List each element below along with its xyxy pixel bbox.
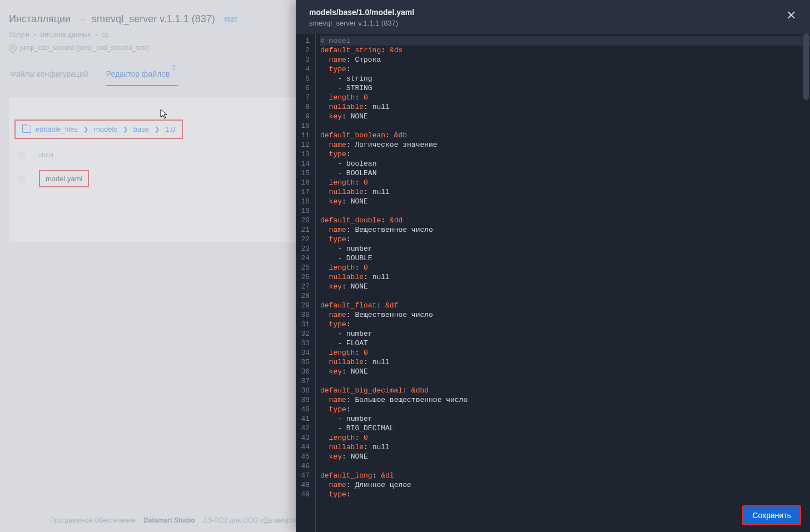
title-id-badge[interactable]: #837 — [221, 14, 241, 24]
chevron-right-icon: ❯ — [155, 126, 160, 133]
folder-icon — [22, 126, 31, 133]
app-root: Инсталляции → smevql_server v.1.1.1 (837… — [0, 0, 810, 532]
row-checkbox[interactable] — [18, 175, 26, 183]
panel-title: models/base/1.0/model.yaml — [309, 8, 799, 17]
highlight-file: model.yaml — [39, 170, 89, 187]
chevron-right-icon: ❯ — [123, 126, 128, 133]
page-title-part2: smevql_server v.1.1.1 (837) — [92, 13, 215, 25]
col-name: ИМЯ — [39, 152, 54, 158]
footer-label: Программное Обеспечение — [50, 516, 136, 524]
path-breadcrumb[interactable]: editable_files ❯ models ❯ base ❯ 1.0 — [16, 121, 182, 138]
footer-product: Datamart Studio — [143, 516, 195, 524]
title-arrow: → — [76, 13, 86, 25]
tab-file-editor[interactable]: Редактор файлов 2 — [106, 69, 170, 86]
save-button[interactable]: Сохранить — [742, 505, 801, 525]
scrollbar-thumb[interactable] — [803, 33, 809, 100]
page-title-part1: Инсталляции — [9, 13, 71, 25]
panel-header: models/base/1.0/model.yaml smevql_server… — [296, 0, 810, 34]
code-area[interactable]: # modeldefault_string: &ds name: Строка … — [316, 34, 810, 532]
pin-icon — [7, 42, 18, 53]
save-bar: Сохранить — [742, 505, 801, 525]
code-editor[interactable]: 1234567891011121314151617181920212223242… — [296, 34, 810, 532]
select-all-checkbox[interactable] — [18, 151, 26, 159]
path-seg-1[interactable]: editable_files — [36, 125, 78, 133]
path-seg-3[interactable]: base — [133, 125, 149, 133]
tab-config-files[interactable]: Файлы конфигураций — [10, 69, 88, 86]
tab-count-badge: 2 — [170, 64, 178, 71]
crumb-3[interactable]: ср — [102, 31, 109, 38]
panel-subtitle: smevql_server v.1.1.1 (837) — [309, 19, 799, 27]
path-seg-2[interactable]: models — [94, 125, 117, 133]
file-name[interactable]: model.yaml — [40, 171, 88, 186]
cursor-icon — [160, 109, 168, 119]
crumb-1[interactable]: Услуги — [9, 31, 29, 38]
path-seg-4[interactable]: 1.0 — [165, 125, 175, 133]
highlight-path: editable_files ❯ models ❯ base ❯ 1.0 — [14, 120, 183, 139]
crumb-2[interactable]: Витрина данных — [40, 31, 91, 38]
close-icon[interactable]: ✕ — [783, 9, 799, 24]
location-text: jump_cod_second (jump_cod_second_test) — [20, 44, 149, 52]
editor-scrollbar[interactable] — [803, 33, 809, 467]
footer: Программное Обеспечение Datamart Studio … — [50, 516, 297, 524]
editor-panel: models/base/1.0/model.yaml smevql_server… — [296, 0, 810, 532]
line-gutter: 1234567891011121314151617181920212223242… — [296, 34, 316, 532]
chevron-right-icon: ❯ — [83, 126, 88, 133]
footer-version: 2.5-RC2 для ООО «Датамарт» — [203, 516, 297, 524]
